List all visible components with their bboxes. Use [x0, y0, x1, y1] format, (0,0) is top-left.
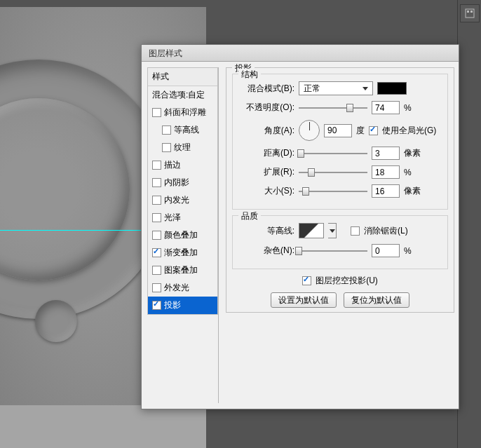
- contour-row: 等高线: 消除锯齿(L): [238, 223, 442, 238]
- svg-rect-2: [470, 11, 473, 13]
- style-item-9[interactable]: 图案叠加: [148, 262, 217, 279]
- reset-default-button[interactable]: 复位为默认值: [344, 292, 409, 308]
- style-label: 图案叠加: [164, 264, 198, 276]
- dialog-body: 样式 混合选项:自定 斜面和浮雕等高线纹理描边内阴影内发光光泽颜色叠加渐变叠加图…: [142, 62, 459, 409]
- dialog-title: 图层样式: [149, 48, 182, 58]
- style-checkbox[interactable]: [152, 196, 161, 205]
- dock-button[interactable]: [460, 4, 480, 22]
- spread-input[interactable]: [372, 165, 400, 179]
- style-item-0[interactable]: 斜面和浮雕: [148, 104, 217, 121]
- distance-row: 距离(D): 像素: [238, 147, 442, 160]
- style-checkbox[interactable]: [152, 161, 161, 170]
- style-checkbox[interactable]: [152, 178, 161, 187]
- spread-slider[interactable]: [299, 168, 367, 177]
- dialog-titlebar[interactable]: 图层样式: [142, 45, 459, 62]
- layer-style-dialog: 图层样式 样式 混合选项:自定 斜面和浮雕等高线纹理描边内阴影内发光光泽颜色叠加…: [141, 44, 459, 409]
- angle-dial[interactable]: [299, 120, 320, 141]
- knockout-checkbox[interactable]: [302, 276, 311, 285]
- style-checkbox[interactable]: [152, 248, 161, 257]
- blend-mode-label: 混合模式(B):: [238, 83, 294, 95]
- right-dock: [457, 0, 481, 448]
- size-row: 大小(S): 像素: [238, 184, 442, 198]
- opacity-slider[interactable]: [299, 103, 367, 113]
- noise-unit: %: [404, 246, 425, 256]
- style-checkbox[interactable]: [162, 125, 171, 135]
- style-label: 内阴影: [164, 177, 189, 189]
- style-item-8[interactable]: 渐变叠加: [148, 244, 217, 262]
- knockout-label: 图层挖空投影(U): [316, 275, 378, 287]
- style-label: 渐变叠加: [164, 247, 198, 259]
- blend-mode-select[interactable]: 正常: [299, 81, 373, 95]
- styles-fieldset: 样式 混合选项:自定 斜面和浮雕等高线纹理描边内阴影内发光光泽颜色叠加渐变叠加图…: [147, 67, 218, 315]
- style-item-4[interactable]: 内阴影: [148, 174, 217, 191]
- blend-mode-row: 混合模式(B): 正常: [238, 81, 442, 95]
- spread-label: 扩展(R):: [238, 166, 294, 178]
- style-item-6[interactable]: 光泽: [148, 209, 217, 226]
- opacity-row: 不透明度(O): %: [238, 101, 442, 114]
- size-input[interactable]: [372, 184, 400, 198]
- distance-unit: 像素: [404, 147, 425, 159]
- blend-mode-value: 正常: [304, 83, 320, 95]
- knockout-row: 图层挖空投影(U): [232, 275, 448, 287]
- angle-row: 角度(A): 度 使用全局光(G): [238, 120, 442, 141]
- distance-label: 距离(D):: [238, 147, 294, 159]
- style-item-11[interactable]: 投影: [148, 297, 217, 314]
- opacity-label: 不透明度(O):: [238, 102, 294, 114]
- global-light-label: 使用全局光(G): [382, 125, 436, 137]
- style-checkbox[interactable]: [152, 301, 161, 310]
- blend-options-label: 混合选项:自定: [152, 89, 205, 101]
- angle-input[interactable]: [324, 124, 352, 137]
- bubble-shape: [35, 300, 77, 342]
- style-label: 光泽: [164, 212, 181, 224]
- structure-group: 结构 混合模式(B): 正常 不透明度(O): %: [232, 74, 448, 210]
- style-item-10[interactable]: 外发光: [148, 279, 217, 297]
- style-checkbox[interactable]: [152, 283, 161, 292]
- style-list: 混合选项:自定 斜面和浮雕等高线纹理描边内阴影内发光光泽颜色叠加渐变叠加图案叠加…: [148, 86, 217, 314]
- spread-unit: %: [404, 168, 425, 177]
- drop-shadow-group: 投影 结构 混合模式(B): 正常 不透明度(O):: [226, 67, 454, 313]
- style-label: 纹理: [174, 142, 191, 154]
- style-checkbox[interactable]: [152, 231, 161, 240]
- style-label: 斜面和浮雕: [164, 107, 206, 118]
- style-label: 内发光: [164, 194, 189, 206]
- dropdown-icon: [363, 87, 368, 90]
- style-item-2[interactable]: 纹理: [148, 139, 217, 156]
- distance-slider[interactable]: [299, 149, 367, 158]
- structure-title: 结构: [238, 69, 261, 81]
- style-item-3[interactable]: 描边: [148, 156, 217, 174]
- style-item-7[interactable]: 颜色叠加: [148, 226, 217, 244]
- antialias-checkbox[interactable]: [351, 226, 360, 236]
- defaults-row: 设置为默认值 复位为默认值: [232, 292, 448, 308]
- size-slider[interactable]: [299, 186, 367, 196]
- contour-label: 等高线:: [238, 225, 294, 237]
- spread-row: 扩展(R): %: [238, 165, 442, 179]
- styles-column: 样式 混合选项:自定 斜面和浮雕等高线纹理描边内阴影内发光光泽颜色叠加渐变叠加图…: [147, 67, 219, 403]
- make-default-button[interactable]: 设置为默认值: [271, 292, 337, 308]
- style-checkbox[interactable]: [152, 108, 161, 117]
- shadow-color-swatch[interactable]: [377, 82, 407, 95]
- style-checkbox[interactable]: [152, 213, 161, 222]
- style-label: 投影: [164, 299, 181, 311]
- global-light-checkbox[interactable]: [369, 126, 378, 135]
- style-label: 描边: [164, 159, 181, 171]
- style-item-5[interactable]: 内发光: [148, 191, 217, 209]
- distance-input[interactable]: [372, 147, 400, 160]
- style-label: 外发光: [164, 282, 189, 294]
- size-unit: 像素: [404, 185, 425, 197]
- opacity-input[interactable]: [372, 101, 400, 114]
- svg-rect-0: [466, 9, 474, 18]
- style-label: 等高线: [174, 124, 199, 136]
- blend-options-item[interactable]: 混合选项:自定: [148, 86, 217, 104]
- noise-input[interactable]: [372, 244, 400, 257]
- styles-header[interactable]: 样式: [148, 68, 217, 86]
- style-checkbox[interactable]: [162, 143, 171, 152]
- angle-unit: 度: [356, 125, 365, 137]
- contour-dropdown[interactable]: [328, 223, 337, 238]
- style-checkbox[interactable]: [152, 266, 161, 275]
- style-item-1[interactable]: 等高线: [148, 121, 217, 139]
- noise-slider[interactable]: [299, 246, 367, 256]
- noise-row: 杂色(N): %: [238, 244, 442, 257]
- contour-preview[interactable]: [299, 223, 324, 238]
- dropdown-icon: [330, 229, 335, 233]
- style-label: 颜色叠加: [164, 229, 198, 241]
